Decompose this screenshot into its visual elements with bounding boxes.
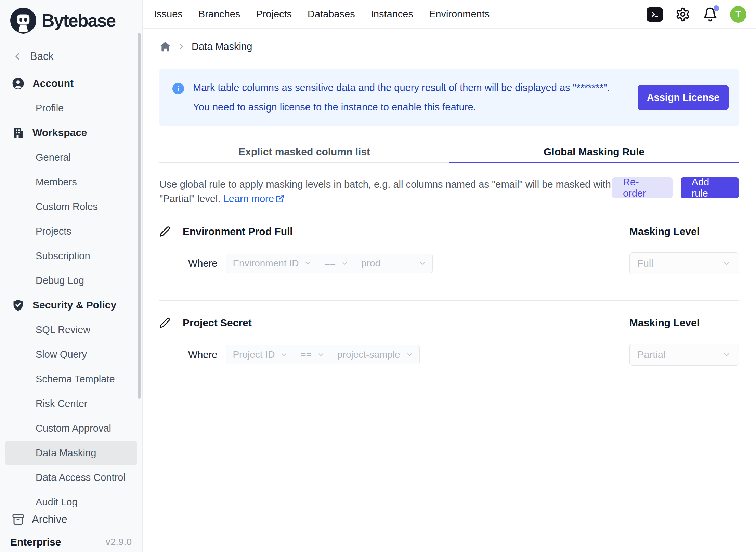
masking-level-select[interactable]: Full (629, 252, 739, 274)
building-icon (12, 127, 24, 139)
sidebar-item-projects[interactable]: Projects (5, 219, 137, 244)
sidebar-item-custom-approval[interactable]: Custom Approval (5, 416, 137, 441)
license-banner: i Mark table columns as sensitive data a… (159, 69, 739, 126)
version-label: v2.9.0 (106, 537, 132, 548)
info-icon: i (172, 83, 184, 94)
sidebar-nav: Account Profile Workspace General Member… (0, 71, 142, 514)
sidebar-section-security-policy: Security & Policy (0, 293, 142, 317)
nav-instances[interactable]: Instances (371, 9, 413, 20)
chevron-down-icon (419, 260, 426, 267)
rules-actions: Re-order Add rule (612, 177, 739, 198)
page-content: Data Masking i Mark table columns as sen… (143, 38, 756, 366)
chevron-down-icon (722, 259, 731, 268)
chevron-down-icon (304, 260, 312, 267)
top-navbar: Issues Branches Projects Databases Insta… (143, 0, 756, 29)
terminal-icon (649, 10, 660, 19)
condition-select-group: Environment ID == prod (226, 254, 433, 273)
condition-field-select[interactable]: Project ID (226, 345, 294, 364)
external-link-icon (275, 194, 285, 203)
sidebar-item-slow-query[interactable]: Slow Query (5, 342, 137, 367)
masking-rule-environment-prod-full: Environment Prod Full Masking Level Wher… (159, 226, 739, 274)
sidebar-item-subscription[interactable]: Subscription (5, 244, 137, 268)
bytebase-logo-icon (10, 8, 36, 34)
learn-more-link[interactable]: Learn more (223, 193, 285, 204)
condition-operator-select[interactable]: == (318, 254, 355, 273)
chevron-down-icon (280, 351, 288, 358)
chevron-down-icon (317, 351, 325, 358)
nav-projects[interactable]: Projects (256, 9, 292, 20)
rule-condition-row: Where Environment ID == prod (159, 254, 616, 273)
main-area: Issues Branches Projects Databases Insta… (143, 0, 756, 552)
sql-editor-button[interactable] (647, 7, 663, 22)
pencil-icon[interactable] (159, 317, 170, 328)
rule-divider (159, 300, 739, 301)
chevron-left-icon (12, 51, 23, 62)
condition-value-select[interactable]: prod (355, 254, 433, 273)
tab-explicit-masked-column-list[interactable]: Explict masked column list (159, 140, 449, 163)
tab-global-masking-rule[interactable]: Global Masking Rule (449, 140, 739, 163)
sidebar-item-risk-center[interactable]: Risk Center (5, 391, 137, 416)
rule-title-row: Environment Prod Full (159, 226, 616, 237)
chevron-down-icon (406, 351, 413, 358)
where-label: Where (188, 349, 217, 360)
sidebar-item-general[interactable]: General (5, 145, 137, 170)
sidebar-item-members[interactable]: Members (5, 170, 137, 194)
archive-icon (12, 513, 24, 526)
condition-field-select[interactable]: Environment ID (226, 254, 318, 273)
avatar-initial: T (735, 9, 741, 19)
sidebar-item-data-access-control[interactable]: Data Access Control (5, 465, 137, 490)
condition-operator-select[interactable]: == (294, 345, 331, 364)
sidebar-section-account: Account (0, 71, 142, 96)
back-button[interactable]: Back (12, 46, 54, 67)
masking-rule-project-secret: Project Secret Masking Level Where Proje… (159, 317, 739, 366)
rule-title: Project Secret (183, 317, 252, 329)
notifications-button[interactable] (703, 7, 718, 22)
breadcrumb-current: Data Masking (192, 41, 252, 52)
tab-active-indicator (449, 162, 739, 163)
brand-name: Bytebase (42, 10, 115, 31)
rule-title: Environment Prod Full (183, 226, 293, 237)
app-window: Bytebase Back Account Profile Workspace … (0, 0, 756, 552)
gear-icon (675, 7, 690, 22)
rule-condition-row: Where Project ID == project-sample (159, 345, 616, 364)
nav-issues[interactable]: Issues (154, 9, 183, 20)
brand-logo[interactable]: Bytebase (10, 8, 115, 34)
nav-environments[interactable]: Environments (429, 9, 490, 20)
plan-label: Enterprise (10, 536, 61, 548)
condition-select-group: Project ID == project-sample (226, 345, 419, 364)
sidebar-item-sql-review[interactable]: SQL Review (5, 317, 137, 342)
rules-header: Use global rule to apply masking levels … (159, 177, 739, 206)
masking-level-label: Masking Level (629, 317, 739, 329)
where-label: Where (188, 258, 217, 269)
banner-text: Mark table columns as sensitive data and… (193, 78, 610, 117)
sidebar-item-profile[interactable]: Profile (5, 96, 137, 120)
sidebar-scrollbar[interactable] (138, 33, 141, 399)
sidebar-item-debug-log[interactable]: Debug Log (5, 268, 137, 293)
archive-label: Archive (32, 513, 67, 526)
breadcrumb: Data Masking (159, 38, 739, 55)
archive-button[interactable]: Archive (0, 507, 142, 532)
rules-description: Use global rule to apply masking levels … (159, 177, 612, 206)
settings-button[interactable] (675, 7, 690, 22)
user-circle-icon (12, 77, 24, 90)
condition-value-select[interactable]: project-sample (331, 345, 420, 364)
masking-level-select[interactable]: Partial (629, 344, 739, 366)
chevron-down-icon (341, 260, 349, 267)
reorder-button[interactable]: Re-order (612, 177, 673, 198)
banner-line2: You need to assign license to the instan… (193, 97, 610, 117)
home-icon[interactable] (159, 41, 171, 52)
add-rule-button[interactable]: Add rule (681, 177, 739, 198)
top-nav-links: Issues Branches Projects Databases Insta… (154, 9, 490, 20)
topbar-icons: T (647, 6, 746, 23)
shield-check-icon (12, 299, 24, 311)
sidebar-section-workspace: Workspace (0, 120, 142, 145)
assign-license-button[interactable]: Assign License (638, 85, 729, 110)
pencil-icon[interactable] (159, 226, 170, 237)
nav-databases[interactable]: Databases (308, 9, 355, 20)
nav-branches[interactable]: Branches (198, 9, 240, 20)
avatar[interactable]: T (730, 6, 746, 23)
sidebar-item-data-masking[interactable]: Data Masking (5, 441, 137, 465)
sidebar-item-schema-template[interactable]: Schema Template (5, 367, 137, 391)
rule-title-row: Project Secret (159, 317, 616, 329)
sidebar-item-custom-roles[interactable]: Custom Roles (5, 194, 137, 219)
